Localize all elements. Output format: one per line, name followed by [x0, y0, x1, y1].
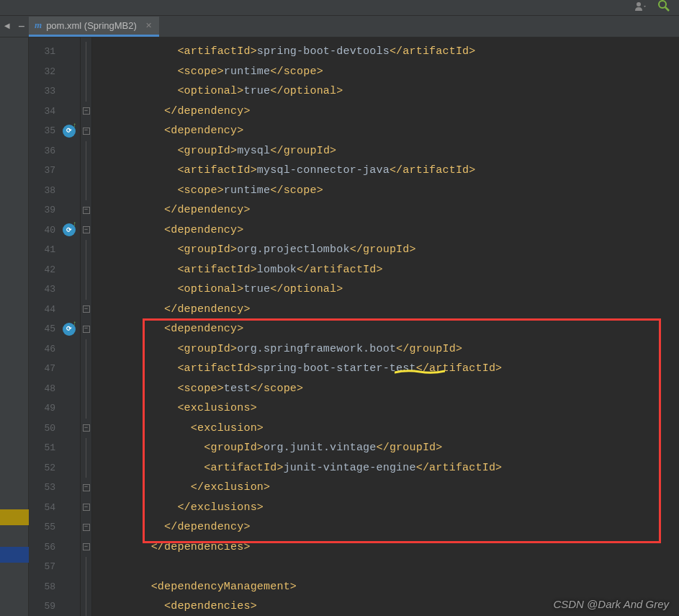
code-line[interactable]: <dependency>: [92, 319, 679, 339]
fold-cell[interactable]: −: [81, 102, 91, 122]
line-number[interactable]: 47: [29, 359, 80, 379]
fold-toggle-icon[interactable]: −: [83, 543, 90, 550]
fold-cell[interactable]: −: [81, 478, 91, 498]
fold-cell[interactable]: −: [81, 419, 91, 439]
code-line[interactable]: <scope>runtime</scope>: [92, 181, 679, 201]
line-number[interactable]: 51: [29, 438, 80, 458]
line-number[interactable]: 41: [29, 240, 80, 260]
fold-cell[interactable]: [81, 597, 91, 616]
line-number[interactable]: 32: [29, 62, 80, 82]
code-line[interactable]: <exclusions>: [92, 398, 679, 419]
tab-minimize[interactable]: —: [14, 17, 29, 37]
code-line[interactable]: <exclusion>: [92, 419, 679, 439]
fold-cell[interactable]: −: [81, 300, 91, 320]
code-line[interactable]: </dependency>: [92, 300, 679, 320]
user-icon[interactable]: [634, 1, 647, 14]
code-editor[interactable]: 3132333435⟳3637383940⟳4142434445⟳4647484…: [0, 37, 679, 616]
code-line[interactable]: <scope>test</scope>: [92, 379, 679, 399]
close-icon[interactable]: ✕: [145, 21, 152, 30]
fold-cell[interactable]: [81, 81, 91, 102]
code-line[interactable]: <scope>runtime</scope>: [92, 62, 679, 82]
fold-toggle-icon[interactable]: −: [83, 305, 90, 313]
line-number[interactable]: 42: [29, 260, 80, 280]
line-number[interactable]: 50: [29, 419, 80, 439]
fold-cell[interactable]: −: [81, 498, 91, 518]
line-number[interactable]: 34: [29, 102, 80, 122]
code-area[interactable]: <artifactId>spring-boot-devtools</artifa…: [92, 37, 679, 616]
fold-toggle-icon[interactable]: −: [83, 326, 90, 333]
fold-toggle-icon[interactable]: −: [83, 524, 90, 531]
line-number[interactable]: 35⟳: [29, 121, 80, 141]
line-number[interactable]: 31: [29, 42, 80, 62]
code-line[interactable]: <artifactId>spring-boot-devtools</artifa…: [92, 42, 679, 62]
code-line[interactable]: <dependencyManagement>: [92, 577, 679, 597]
line-number[interactable]: 40⟳: [29, 220, 80, 241]
line-number[interactable]: 53: [29, 478, 80, 498]
fold-cell[interactable]: [81, 141, 91, 161]
code-line[interactable]: </dependency>: [92, 200, 679, 220]
code-line[interactable]: <artifactId>mysql-connector-java</artifa…: [92, 161, 679, 181]
code-line[interactable]: [92, 557, 679, 577]
tab-scroll-left[interactable]: ◄: [0, 17, 14, 37]
fold-cell[interactable]: [81, 398, 91, 419]
code-line[interactable]: <optional>true</optional>: [92, 81, 679, 102]
line-number[interactable]: 43: [29, 280, 80, 300]
code-line[interactable]: <groupId>mysql</groupId>: [92, 141, 679, 161]
fold-cell[interactable]: −: [81, 220, 91, 241]
code-line[interactable]: </exclusion>: [92, 478, 679, 498]
code-line[interactable]: <dependency>: [92, 220, 679, 241]
fold-toggle-icon[interactable]: −: [83, 107, 90, 115]
line-number[interactable]: 55: [29, 517, 80, 537]
fold-cell[interactable]: [81, 62, 91, 82]
code-line[interactable]: <groupId>org.projectlombok</groupId>: [92, 240, 679, 260]
fold-toggle-icon[interactable]: −: [83, 226, 90, 233]
fold-cell[interactable]: −: [81, 537, 91, 558]
dependency-update-icon[interactable]: ⟳: [63, 223, 76, 236]
fold-column[interactable]: −−−−−−−−−−−: [81, 37, 92, 616]
line-number[interactable]: 39: [29, 200, 80, 220]
line-number[interactable]: 49: [29, 398, 80, 419]
fold-toggle-icon[interactable]: −: [83, 207, 90, 214]
fold-cell[interactable]: −: [81, 121, 91, 141]
line-number[interactable]: 38: [29, 181, 80, 201]
fold-cell[interactable]: [81, 577, 91, 597]
fold-cell[interactable]: −: [81, 319, 91, 339]
fold-toggle-icon[interactable]: −: [83, 484, 90, 491]
fold-cell[interactable]: [81, 161, 91, 181]
line-number[interactable]: 45⟳: [29, 319, 80, 339]
fold-cell[interactable]: [81, 42, 91, 62]
line-number[interactable]: 57: [29, 557, 80, 577]
fold-toggle-icon[interactable]: −: [83, 504, 90, 511]
code-line[interactable]: <groupId>org.junit.vintage</groupId>: [92, 438, 679, 458]
bookmark-marker[interactable]: [0, 509, 29, 525]
code-line[interactable]: <dependency>: [92, 121, 679, 141]
fold-cell[interactable]: [81, 181, 91, 201]
dependency-update-icon[interactable]: ⟳: [63, 323, 76, 336]
line-number[interactable]: 37: [29, 161, 80, 181]
fold-cell[interactable]: [81, 280, 91, 300]
line-number[interactable]: 36: [29, 141, 80, 161]
fold-cell[interactable]: [81, 557, 91, 577]
code-line[interactable]: <artifactId>junit-vintage-engine</artifa…: [92, 458, 679, 478]
fold-cell[interactable]: [81, 260, 91, 280]
fold-cell[interactable]: [81, 379, 91, 399]
fold-cell[interactable]: [81, 339, 91, 360]
code-line[interactable]: </dependency>: [92, 517, 679, 537]
bookmark-marker[interactable]: [0, 547, 29, 563]
fold-toggle-icon[interactable]: −: [83, 128, 90, 135]
dependency-update-icon[interactable]: ⟳: [63, 125, 76, 138]
line-number[interactable]: 59: [29, 597, 80, 616]
fold-cell[interactable]: [81, 438, 91, 458]
code-line[interactable]: </exclusions>: [92, 498, 679, 518]
line-number[interactable]: 58: [29, 577, 80, 597]
fold-cell[interactable]: −: [81, 200, 91, 220]
fold-cell[interactable]: [81, 458, 91, 478]
line-number[interactable]: 46: [29, 339, 80, 360]
fold-cell[interactable]: [81, 240, 91, 260]
editor-tab-active[interactable]: m pom.xml (SpringMB2) ✕: [29, 17, 159, 37]
code-line[interactable]: <groupId>org.springframework.boot</group…: [92, 339, 679, 360]
line-number[interactable]: 56: [29, 537, 80, 558]
code-line[interactable]: <artifactId>spring-boot-starter-test</ar…: [92, 359, 679, 379]
line-number[interactable]: 54: [29, 498, 80, 518]
code-line[interactable]: <optional>true</optional>: [92, 280, 679, 300]
